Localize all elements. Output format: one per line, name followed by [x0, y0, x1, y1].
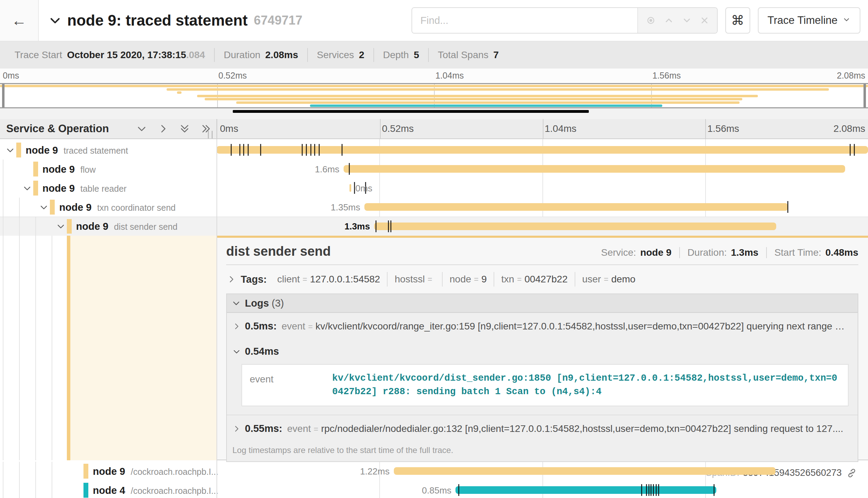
service-color-bar: [67, 219, 72, 234]
span-expand-chevron-icon[interactable]: [56, 222, 65, 231]
minimap-span-bar: [0, 85, 868, 87]
minimap-scrubber-right[interactable]: [863, 84, 866, 107]
span-expand-chevron-icon[interactable]: [23, 183, 32, 193]
log-kv-key: event: [242, 365, 329, 406]
log-marker-tick: [306, 144, 307, 156]
logs-count: (3): [272, 298, 284, 309]
column-resizer-grip[interactable]: [208, 131, 213, 138]
collapse-all-icon[interactable]: [179, 123, 190, 134]
span-duration-bar[interactable]: [364, 203, 788, 211]
span-expand-chevron-icon[interactable]: [39, 202, 48, 212]
span-row-name-cell[interactable]: node 9table reader: [0, 179, 216, 198]
log-row[interactable]: 0.5ms:event=kv/kvclient/kvcoord/range_it…: [227, 313, 858, 339]
log-row-expanded-header[interactable]: 0.54ms: [232, 346, 851, 357]
span-row: node 9traced statement: [0, 141, 868, 160]
span-row: node 9txn coordinator send1.35ms: [0, 198, 868, 217]
chevron-right-icon: [232, 322, 241, 331]
span-detail-color-bar: [67, 236, 70, 460]
log-marker-tick: [302, 144, 303, 156]
expand-one-icon[interactable]: [158, 123, 169, 134]
span-duration-label: 0ms: [355, 183, 372, 193]
span-row-name-cell[interactable]: node 9txn coordinator send: [0, 198, 216, 217]
collapse-one-icon[interactable]: [136, 123, 147, 134]
log-field-key: event: [287, 423, 311, 434]
find-addon: [637, 8, 717, 33]
minimap-canvas[interactable]: [0, 83, 868, 108]
back-button[interactable]: ←: [0, 0, 39, 41]
span-row-timeline-cell[interactable]: 1.35ms: [216, 198, 868, 217]
span-row-timeline-cell[interactable]: 1.6ms: [216, 160, 868, 179]
span-row-timeline-cell[interactable]: 0.85ms: [216, 481, 868, 498]
span-duration-bar[interactable]: [349, 184, 351, 192]
span-expand-chevron-icon[interactable]: [6, 145, 15, 155]
service-color-bar: [50, 200, 55, 215]
span-row: node 9table reader0ms: [0, 179, 868, 198]
logs-header[interactable]: Logs (3): [227, 294, 858, 313]
keyboard-shortcuts-button[interactable]: ⌘: [725, 7, 750, 34]
equals-sign: =: [308, 322, 312, 332]
indent-guide: [3, 160, 3, 179]
service-name[interactable]: node 9txn coordinator send: [59, 201, 176, 213]
summary-value: 5: [414, 49, 419, 61]
summary-item: Depth5: [373, 48, 428, 62]
span-row-name-cell[interactable]: node 9flow: [0, 160, 216, 179]
indent-guide: [35, 462, 36, 481]
service-name[interactable]: node 9dist sender send: [76, 221, 178, 232]
span-row-timeline-cell[interactable]: 0ms: [216, 179, 868, 198]
detail-meta-value: node 9: [640, 247, 671, 258]
span-row-name-cell[interactable]: node 9traced statement: [0, 141, 216, 160]
span-row-timeline-cell[interactable]: 1.3ms: [216, 217, 868, 236]
span-row-timeline-cell[interactable]: 1.22ms: [216, 462, 868, 481]
summary-item: Duration2.08ms: [214, 48, 307, 62]
clear-search-icon[interactable]: [700, 16, 709, 25]
service-name[interactable]: node 4/cockroach.roachpb.I...: [93, 485, 218, 496]
span-detail-header[interactable]: dist sender send Service:node 9Duration:…: [226, 244, 858, 259]
log-marker-tick: [854, 144, 855, 156]
service-name[interactable]: node 9flow: [43, 163, 96, 175]
chevron-down-icon: [842, 14, 851, 27]
detail-meta-value: 0.48ms: [825, 247, 858, 258]
minimap-tick-label: 2.08ms: [837, 71, 865, 81]
trace-minimap: 0ms0.52ms1.04ms1.56ms2.08ms: [0, 69, 868, 119]
minimap-scrubber-left[interactable]: [2, 84, 5, 107]
operation-name: flow: [80, 164, 96, 174]
collapse-trace-chevron-icon[interactable]: [48, 14, 62, 27]
prev-match-icon[interactable]: [664, 15, 674, 26]
next-match-icon[interactable]: [682, 15, 692, 26]
arrow-left-icon: ←: [11, 12, 27, 29]
tag-value: 127.0.0.1:54582: [310, 274, 380, 285]
locate-icon[interactable]: [646, 15, 656, 26]
view-selector-button[interactable]: Trace Timeline: [758, 7, 860, 34]
service-name[interactable]: node 9/cockroach.roachpb.I...: [93, 465, 218, 477]
span-row-name-cell[interactable]: node 4/cockroach.roachpb.I...: [0, 481, 216, 498]
span-detail-left-column: [0, 236, 216, 460]
span-row: node 4/cockroach.roachpb.I...0.85ms: [0, 481, 868, 498]
span-duration-bar[interactable]: [344, 165, 845, 173]
span-detail-row: dist sender send Service:node 9Duration:…: [0, 236, 868, 460]
span-duration-bar[interactable]: [374, 223, 776, 230]
span-duration-bar[interactable]: [455, 486, 716, 494]
equals-sign: =: [474, 275, 478, 284]
log-timestamp: 0.55ms:: [245, 423, 282, 434]
minimap-tick-label: 0.52ms: [219, 71, 247, 81]
span-row-name-cell[interactable]: node 9dist sender send: [0, 217, 216, 236]
span-detail-panel: dist sender send Service:node 9Duration:…: [216, 236, 868, 460]
log-marker-tick: [310, 144, 311, 156]
log-row[interactable]: 0.55ms:event=rpc/nodedialer/nodedialer.g…: [227, 415, 858, 442]
log-marker-tick: [354, 182, 355, 194]
minimap-scroll-indicator[interactable]: [233, 110, 589, 113]
indent-guide: [52, 236, 52, 460]
span-row: node 9flow1.6ms: [0, 160, 868, 179]
minimap-tick-label: 1.56ms: [653, 71, 681, 81]
span-row-timeline-cell[interactable]: [216, 141, 868, 160]
ruler-gridline: [543, 119, 543, 138]
span-row-name-cell[interactable]: node 9/cockroach.roachpb.I...: [0, 462, 216, 481]
span-detail-left-fill: [70, 236, 216, 460]
page-title[interactable]: node 9: traced statement: [67, 12, 248, 29]
log-marker-tick: [390, 220, 391, 232]
service-name[interactable]: node 9traced statement: [26, 144, 128, 156]
tags-row[interactable]: Tags: client=127.0.0.1:54582hostssl=node…: [226, 265, 858, 292]
find-input[interactable]: [412, 8, 637, 33]
span-duration-bar[interactable]: [394, 467, 776, 475]
service-name[interactable]: node 9table reader: [43, 182, 127, 194]
